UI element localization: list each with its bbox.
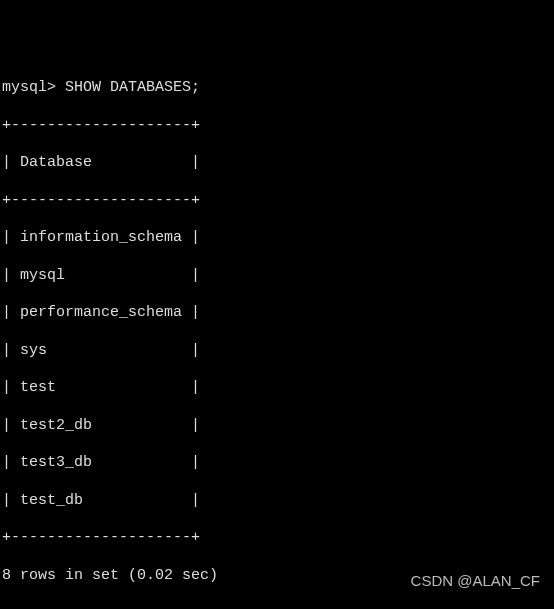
prompt: mysql> bbox=[2, 79, 56, 96]
table-header-row: | Database | bbox=[2, 154, 552, 173]
table-row: | test2_db | bbox=[2, 417, 552, 436]
table-row: | performance_schema | bbox=[2, 304, 552, 323]
table-row: | test_db | bbox=[2, 492, 552, 511]
table-border: +--------------------+ bbox=[2, 117, 552, 136]
blank-line bbox=[2, 604, 552, 609]
prompt-line-show-databases: mysql> SHOW DATABASES; bbox=[2, 79, 552, 98]
table-row: | information_schema | bbox=[2, 229, 552, 248]
table-row: | test | bbox=[2, 379, 552, 398]
databases-header: Database bbox=[20, 154, 92, 171]
table-row: | test3_db | bbox=[2, 454, 552, 473]
table-border: +--------------------+ bbox=[2, 529, 552, 548]
table-border: +--------------------+ bbox=[2, 192, 552, 211]
table-row: | sys | bbox=[2, 342, 552, 361]
watermark: CSDN @ALAN_CF bbox=[411, 572, 540, 591]
command-show-databases: SHOW DATABASES; bbox=[65, 79, 200, 96]
table-row: | mysql | bbox=[2, 267, 552, 286]
